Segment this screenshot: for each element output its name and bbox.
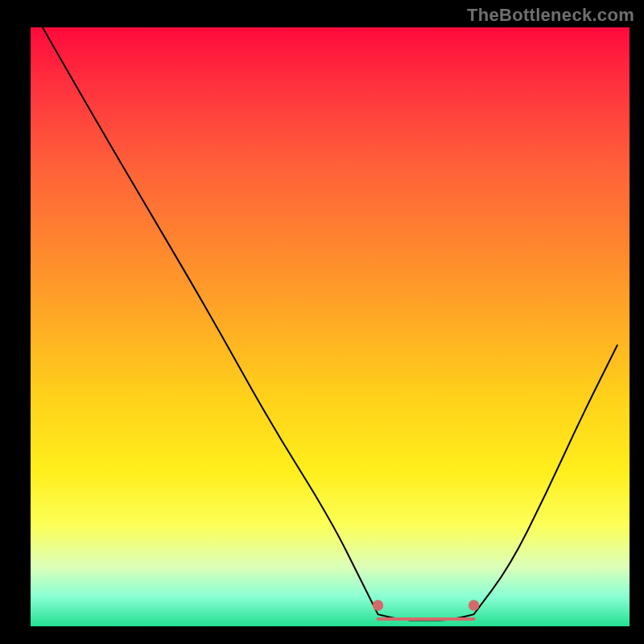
plot-area xyxy=(31,27,630,626)
bottleneck-curve xyxy=(43,27,617,621)
range-end-dot xyxy=(469,600,479,610)
watermark-text: TheBottleneck.com xyxy=(467,5,634,26)
chart-frame: TheBottleneck.com xyxy=(0,0,644,644)
curve-group xyxy=(43,27,617,621)
curve-layer xyxy=(31,27,630,626)
range-start-dot xyxy=(373,600,383,610)
